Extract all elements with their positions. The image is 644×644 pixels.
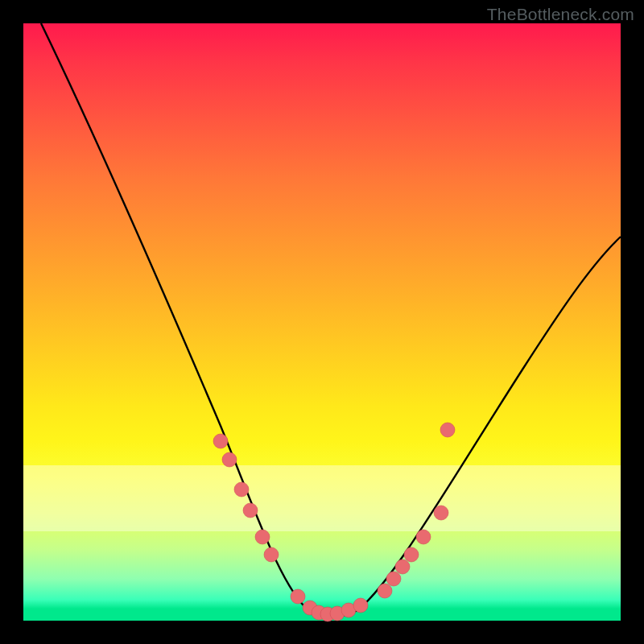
- watermark-text: TheBottleneck.com: [487, 5, 634, 24]
- marker-dot: [222, 452, 237, 467]
- marker-dot: [291, 589, 305, 604]
- marker-dot: [353, 598, 368, 613]
- chart-frame: TheBottleneck.com: [0, 0, 644, 644]
- bottleneck-curve: [41, 23, 621, 616]
- marker-dot: [255, 530, 270, 544]
- marker-dot: [386, 572, 401, 586]
- marker-dot: [213, 434, 228, 448]
- marker-cluster-right: [378, 423, 455, 598]
- marker-dot: [440, 423, 455, 437]
- marker-dot: [378, 584, 392, 598]
- marker-dot: [395, 559, 410, 574]
- marker-dot: [264, 547, 279, 562]
- marker-dot: [404, 547, 419, 562]
- plot-area: [23, 23, 621, 621]
- marker-dot: [416, 530, 431, 544]
- curve-layer: [23, 23, 621, 621]
- marker-dot: [243, 503, 258, 518]
- marker-dot: [434, 506, 448, 520]
- marker-dot: [234, 482, 249, 497]
